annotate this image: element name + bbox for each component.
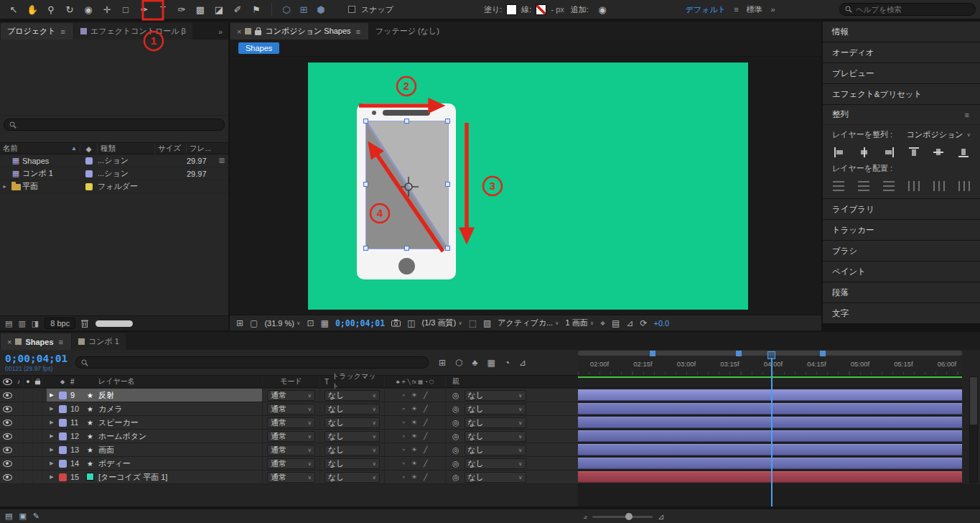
audio-cell[interactable]: [14, 402, 24, 415]
current-time-indicator[interactable]: [771, 358, 773, 506]
tab-effect-controls[interactable]: エフェクトコントロール β: [74, 23, 192, 40]
switch-icon[interactable]: ╱: [424, 432, 427, 440]
workspace-default[interactable]: デフォルト: [686, 4, 726, 15]
grid-icon[interactable]: ▦: [321, 318, 329, 328]
layer-duration-bar[interactable]: [578, 403, 962, 415]
camera-select[interactable]: アクティブカ...∨: [498, 318, 559, 328]
trash-icon[interactable]: [81, 319, 88, 328]
brush-tool[interactable]: ✑: [172, 1, 191, 18]
column-label-icon[interactable]: ◆: [80, 143, 98, 154]
layer-duration-bar[interactable]: [578, 389, 962, 401]
zoom-select[interactable]: (31.9 %)∨: [264, 319, 300, 328]
stroke-swatch[interactable]: [536, 4, 546, 15]
selection-handle[interactable]: [363, 246, 368, 251]
project-item-row[interactable]: ▸平面フォルダー: [0, 180, 228, 193]
visibility-cell[interactable]: [0, 447, 14, 453]
layer-row[interactable]: ▶12★ホームボタン通常∨なし∨▫☀╱◎なし∨: [0, 430, 578, 443]
tab-footage[interactable]: フッテージ (なし): [369, 23, 446, 40]
solo-cell[interactable]: [24, 471, 33, 483]
project-item-row[interactable]: ▦Shapes...ション29.97▥: [0, 154, 228, 167]
eye-icon[interactable]: [3, 392, 12, 399]
dropdown[interactable]: なし∨: [325, 445, 380, 455]
visibility-cell[interactable]: [0, 392, 14, 399]
resolution-select[interactable]: (1/3 画質)∨: [421, 318, 462, 328]
trackmatte-cell[interactable]: なし∨: [319, 389, 384, 402]
close-icon[interactable]: ×: [7, 338, 11, 346]
snap-control[interactable]: スナップ: [348, 4, 396, 15]
dropdown[interactable]: なし∨: [465, 404, 526, 415]
eye-icon[interactable]: [3, 406, 12, 412]
switch-icon[interactable]: ╱: [424, 419, 427, 426]
lock-cell[interactable]: [33, 471, 42, 483]
switch-icon[interactable]: ☀: [411, 419, 417, 426]
view-layout-select[interactable]: 1 画面∨: [566, 318, 594, 328]
eye-icon[interactable]: [3, 433, 12, 440]
align-panel-title[interactable]: 整列: [832, 109, 849, 120]
switch-icon[interactable]: ☀: [411, 405, 417, 412]
fill-swatch[interactable]: [506, 4, 517, 15]
zoom-slider-handle[interactable]: [625, 513, 633, 520]
lock-cell[interactable]: [33, 430, 42, 443]
expand-panels-icon[interactable]: ▤: [5, 512, 12, 521]
layer-name[interactable]: カメラ: [96, 404, 262, 415]
layer-duration-bar[interactable]: [578, 444, 962, 455]
help-search[interactable]: [839, 3, 976, 16]
eye-icon[interactable]: [3, 447, 12, 453]
render-queue-icon[interactable]: ▣: [19, 512, 26, 521]
align-right-icon[interactable]: [882, 147, 895, 157]
mode-cell[interactable]: 通常∨: [262, 402, 319, 415]
comp-nav-chip[interactable]: Shapes: [238, 42, 279, 54]
dropdown[interactable]: なし∨: [325, 472, 380, 483]
selection-handle[interactable]: [445, 182, 450, 187]
pickwhip-icon[interactable]: ◎: [452, 418, 459, 427]
add-target-icon[interactable]: ◉: [593, 1, 612, 18]
footage-icon[interactable]: ▥: [18, 319, 25, 328]
layer-track[interactable]: [578, 416, 962, 430]
visibility-cell[interactable]: [0, 474, 14, 481]
selection-handle[interactable]: [363, 182, 368, 187]
trackmatte-cell[interactable]: なし∨: [319, 416, 384, 429]
dropdown[interactable]: なし∨: [465, 417, 526, 428]
solo-cell[interactable]: [24, 457, 33, 470]
parent-cell[interactable]: ◎なし∨: [445, 402, 578, 415]
selection-tool[interactable]: ↖: [4, 1, 23, 18]
type-tool[interactable]: T: [154, 1, 172, 18]
column-name[interactable]: 名前: [3, 144, 18, 154]
trackmatte-cell[interactable]: なし∨: [319, 443, 384, 456]
trackmatte-cell[interactable]: なし∨: [319, 430, 384, 443]
layer-switches[interactable]: ▫☀╱: [384, 471, 445, 483]
panel-section[interactable]: トラッカー: [823, 220, 980, 240]
layer-name[interactable]: ボディー: [96, 458, 262, 469]
switch-icon[interactable]: ╱: [424, 446, 427, 453]
dropdown[interactable]: 通常∨: [267, 431, 315, 442]
selection-handle[interactable]: [404, 119, 409, 124]
axis-mode-world-icon[interactable]: ⊞: [295, 1, 312, 18]
transparency-grid-icon[interactable]: ▨: [483, 318, 491, 328]
label-color-cell[interactable]: [80, 183, 98, 190]
dropdown[interactable]: 通常∨: [267, 417, 315, 428]
layer-duration-bar[interactable]: [578, 430, 962, 442]
layer-row[interactable]: ▶13★画面通常∨なし∨▫☀╱◎なし∨: [0, 443, 578, 457]
eye-icon[interactable]: [3, 474, 12, 481]
lock-cell[interactable]: [33, 402, 42, 415]
layer-duration-bar[interactable]: [578, 417, 962, 428]
label-color-cell[interactable]: [57, 473, 68, 481]
lock-cell[interactable]: [33, 389, 42, 402]
switch-icon[interactable]: ╱: [424, 405, 427, 412]
solo-cell[interactable]: [24, 416, 33, 429]
project-item-row[interactable]: ▦コンポ 1...ション29.97: [0, 167, 228, 180]
parent-cell[interactable]: ◎なし∨: [445, 430, 578, 443]
project-panel-icon[interactable]: ▤: [5, 319, 12, 328]
visibility-cell[interactable]: [0, 406, 14, 412]
mode-cell[interactable]: 通常∨: [262, 389, 319, 402]
zoom-slider[interactable]: [592, 516, 653, 518]
layer-name[interactable]: 画面: [96, 445, 262, 455]
layer-row[interactable]: ▶15[ターコイズ 平面 1]通常∨なし∨▫☀╱◎なし∨: [0, 471, 578, 484]
help-search-input[interactable]: [856, 5, 970, 14]
number-column[interactable]: #: [68, 378, 84, 386]
timeline-zoom-control[interactable]: ⊿ ⊿: [583, 509, 664, 523]
pickwhip-icon[interactable]: ◎: [452, 391, 459, 400]
solo-cell[interactable]: [24, 430, 33, 443]
project-list-header[interactable]: 名前▲ ◆ 種類 サイズ フレ...: [0, 142, 228, 154]
switch-icon[interactable]: ☀: [411, 392, 417, 399]
